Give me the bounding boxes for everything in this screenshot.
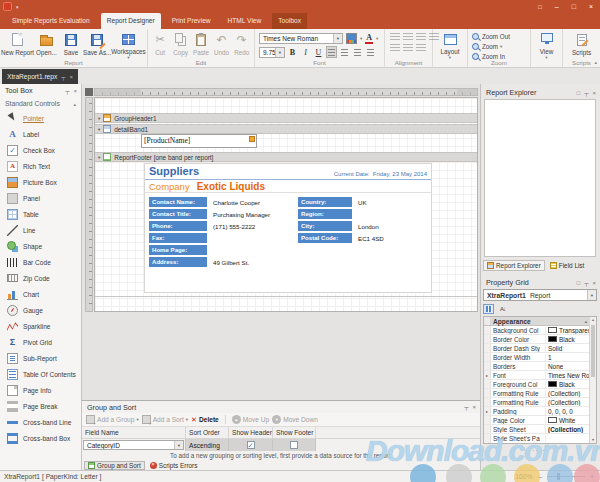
group-and-sort-row[interactable]: CategoryID Ascending	[82, 439, 480, 451]
zoom-slider-thumb[interactable]	[557, 473, 560, 480]
report-page[interactable]: GroupHeader1 detailBand1 [ProductName] R…	[94, 97, 478, 312]
tab-report-designer[interactable]: Report Designer	[101, 13, 161, 29]
document-tab[interactable]: XtraReport1.repx	[2, 69, 78, 84]
column-field-name[interactable]: Field Name	[82, 427, 186, 438]
categorized-view-button[interactable]	[483, 304, 494, 314]
align-centers-icon[interactable]	[403, 33, 413, 42]
tab-print-preview[interactable]: Print Preview	[166, 13, 217, 29]
add-a-sort-button[interactable]: Add a Sort	[142, 415, 188, 424]
align-left-button[interactable]	[326, 46, 337, 58]
save-button[interactable]: Save	[60, 31, 83, 60]
property-grid-scrollbar[interactable]	[589, 317, 596, 443]
align-lefts-icon[interactable]	[390, 33, 400, 42]
align-right-button[interactable]	[352, 46, 363, 58]
field-name-caret-icon[interactable]	[174, 441, 183, 449]
close-icon[interactable]	[592, 90, 596, 96]
scroll-down-icon[interactable]	[590, 437, 596, 443]
pin-icon[interactable]	[464, 404, 468, 410]
toolbox-item-sub-report[interactable]: Sub-Report	[0, 350, 81, 366]
tab-report-explorer[interactable]: Report Explorer	[483, 260, 545, 271]
toolbox-item-page-info[interactable]: Page Info	[0, 382, 81, 398]
toolbox-item-table[interactable]: Table	[0, 206, 81, 222]
close-icon[interactable]	[592, 280, 596, 286]
toolbox-item-check-box[interactable]: Check Box	[0, 142, 81, 158]
sort-order-cell[interactable]: Ascending	[186, 439, 229, 451]
add-a-group-button[interactable]: Add a Group	[86, 415, 139, 424]
dock-splitter-handle[interactable]: ·····	[481, 448, 600, 454]
pin-icon[interactable]	[61, 74, 65, 80]
fill-color-button[interactable]	[345, 32, 358, 44]
cut-button[interactable]: Cut	[150, 31, 170, 60]
font-color-caret-icon[interactable]	[376, 36, 378, 41]
toolbox-item-picture-box[interactable]: Picture Box	[0, 174, 81, 190]
tab-group-and-sort[interactable]: Group and Sort	[84, 461, 145, 470]
product-name-label-control[interactable]: [ProductName]	[141, 134, 257, 148]
band-group-header[interactable]: GroupHeader1	[95, 113, 477, 123]
category-appearance[interactable]: Appearance	[484, 317, 589, 326]
alphabetical-sort-button[interactable]	[497, 304, 508, 314]
toolbox-item-page-break[interactable]: Page Break	[0, 398, 81, 414]
app-icon[interactable]	[3, 2, 12, 11]
property-row[interactable]: FontTimes New Roman,...	[484, 371, 589, 380]
property-row[interactable]: Border Dash StySolid	[484, 344, 589, 353]
property-row[interactable]: Page ColorWhite	[484, 416, 589, 425]
toolbox-item-gauge[interactable]: Gauge	[0, 302, 81, 318]
move-up-button[interactable]: Move Up	[232, 415, 269, 424]
zoom-out-button[interactable]: Zoom Out	[472, 32, 510, 41]
toolbox-item-line[interactable]: Line	[0, 222, 81, 238]
redo-button[interactable]: Redo	[232, 31, 252, 60]
workspaces-button[interactable]: Workspaces	[112, 31, 145, 60]
maximize-icon[interactable]	[577, 280, 581, 286]
property-row[interactable]: Border ColorBlack	[484, 335, 589, 344]
expand-icon[interactable]	[484, 371, 491, 379]
fill-color-caret-icon[interactable]	[360, 36, 362, 41]
property-row[interactable]: Style Sheet(Collection)	[484, 425, 589, 434]
band-collapse-icon[interactable]	[98, 155, 100, 160]
align-justify-button[interactable]	[365, 46, 376, 58]
band-collapse-icon[interactable]	[98, 127, 100, 132]
align-rights-icon[interactable]	[416, 33, 426, 42]
paste-button[interactable]: Paste	[191, 31, 211, 60]
toolbox-item-bar-code[interactable]: Bar Code	[0, 254, 81, 270]
property-row[interactable]: Formatting Rule(Collection)	[484, 398, 589, 407]
underline-button[interactable]: U	[313, 46, 324, 58]
report-explorer-tree[interactable]	[484, 99, 596, 257]
delete-button[interactable]: Delete	[191, 416, 219, 424]
property-row[interactable]: Foreground ColBlack	[484, 380, 589, 389]
align-middles-icon[interactable]	[390, 44, 400, 53]
scrollbar-thumb[interactable]	[591, 325, 595, 377]
zoom-dropdown-button[interactable]: Zoom	[472, 42, 510, 51]
scripts-button[interactable]: Scripts	[565, 31, 598, 60]
zoom-in-slider-button[interactable]: +	[590, 473, 594, 480]
align-center-button[interactable]	[339, 46, 350, 58]
copy-button[interactable]: Copy	[170, 31, 190, 60]
zoom-slider[interactable]	[547, 476, 585, 477]
close-button[interactable]	[589, 1, 593, 13]
pin-icon[interactable]	[65, 88, 69, 94]
toolbox-item-label[interactable]: Label	[0, 126, 81, 142]
field-name-combo[interactable]: CategoryID	[83, 440, 184, 450]
expand-icon[interactable]	[484, 407, 491, 415]
close-icon[interactable]	[73, 88, 77, 94]
save-as-button[interactable]: Save As...	[82, 31, 112, 60]
undo-button[interactable]: Undo	[211, 31, 231, 60]
maximize-button[interactable]	[572, 1, 576, 13]
property-row[interactable]: Padding0, 0, 0, 0	[484, 407, 589, 416]
band-report-footer[interactable]: ReportFooter [one band per report]	[95, 152, 477, 162]
font-color-button[interactable]	[364, 32, 374, 44]
show-header-checkbox[interactable]	[247, 441, 255, 449]
font-size-combo[interactable]: 9.75	[259, 47, 285, 58]
tab-toolbox[interactable]: Toolbox	[272, 13, 307, 29]
ribbon-collapse-button[interactable]	[594, 59, 597, 65]
toolbox-item-chart[interactable]: Chart	[0, 286, 81, 302]
ribbon-style-icon[interactable]	[538, 1, 542, 13]
show-footer-checkbox[interactable]	[290, 441, 298, 449]
close-icon[interactable]	[472, 404, 476, 410]
toolbox-item-zip-code[interactable]: Zip Code	[0, 270, 81, 286]
toolbox-item-cross-band-line[interactable]: Cross-band Line	[0, 414, 81, 430]
toolbox-item-rich-text[interactable]: Rich Text	[0, 158, 81, 174]
toolbox-item-pointer[interactable]: Pointer	[0, 110, 81, 126]
zoom-out-slider-button[interactable]: –	[537, 473, 541, 481]
selected-object-combo[interactable]: XtraReport1 Report	[483, 289, 597, 301]
toolbox-item-cross-band-box[interactable]: Cross-band Box	[0, 430, 81, 446]
